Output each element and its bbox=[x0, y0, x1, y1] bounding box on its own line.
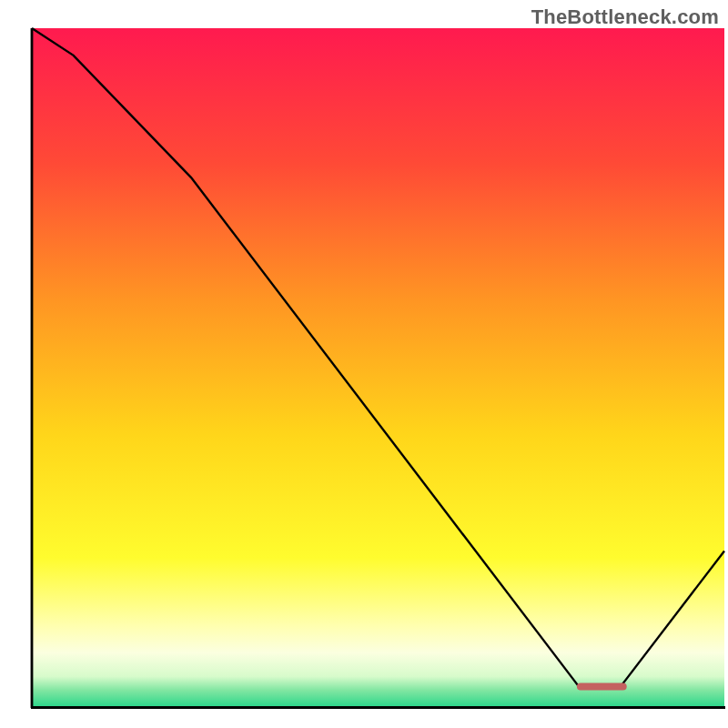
chart-svg bbox=[0, 0, 728, 728]
chart-container: TheBottleneck.com bbox=[0, 0, 728, 728]
plot-background bbox=[32, 28, 724, 707]
minimum-marker bbox=[577, 683, 627, 691]
watermark-text: TheBottleneck.com bbox=[531, 5, 719, 29]
